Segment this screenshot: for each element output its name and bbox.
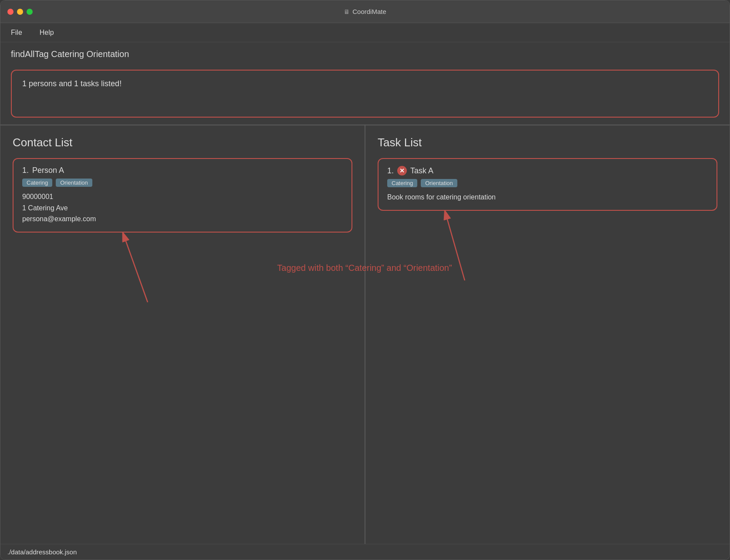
task-description: Book rooms for catering orientation [387, 192, 708, 203]
task-number: 1. [387, 166, 394, 175]
annotation-text: Tagged with both “Catering” and “Orienta… [277, 263, 452, 273]
task-list-title: Task List [378, 136, 717, 149]
app-window: 🖥 CoordiMate File Help findAllTag Cateri… [0, 0, 730, 560]
minimize-button[interactable] [17, 9, 23, 15]
svg-line-1 [126, 241, 148, 302]
contact-address: 1 Catering Ave [22, 202, 343, 214]
status-bar: ./data/addressbook.json [0, 544, 730, 560]
annotation-text-wrapper: Tagged with both “Catering” and “Orienta… [212, 263, 517, 273]
task-list-panel: Task List 1. ✕ Task A Catering Orientati… [365, 125, 730, 544]
menu-help[interactable]: Help [36, 27, 57, 38]
two-column-layout: Contact List 1. Person A Catering Orient… [0, 125, 730, 544]
right-annotation-area: Tagged with both “Catering” and “Orienta… [378, 211, 717, 298]
contact-number: 1. [22, 166, 29, 175]
lower-section: Contact List 1. Person A Catering Orient… [0, 125, 730, 544]
close-button[interactable] [7, 9, 14, 15]
task-card-1: 1. ✕ Task A Catering Orientation Book ro… [378, 158, 717, 211]
task-name: Task A [410, 166, 433, 175]
contact-list-panel: Contact List 1. Person A Catering Orient… [0, 125, 365, 544]
task-tag-catering: Catering [387, 179, 417, 187]
contact-card-1: 1. Person A Catering Orientation 9000000… [13, 158, 352, 233]
contact-tag-orientation: Orientation [56, 179, 92, 187]
window-icon: 🖥 [344, 8, 350, 15]
contact-card-header: 1. Person A [22, 166, 343, 175]
menu-bar: File Help [0, 23, 730, 42]
contact-tag-catering: Catering [22, 179, 52, 187]
title-bar: 🖥 CoordiMate [0, 0, 730, 23]
task-card-header: 1. ✕ Task A [387, 166, 708, 175]
contact-tags: Catering Orientation [22, 179, 343, 187]
contact-name: Person A [32, 166, 64, 175]
window-title-area: 🖥 CoordiMate [344, 8, 386, 15]
output-text: 1 persons and 1 tasks listed! [22, 79, 122, 88]
task-tags: Catering Orientation [387, 179, 708, 187]
left-arrow-svg [13, 233, 352, 320]
status-text: ./data/addressbook.json [7, 548, 77, 556]
command-area: findAllTag Catering Orientation [0, 42, 730, 66]
contact-list-title: Contact List [13, 136, 352, 149]
menu-file[interactable]: File [7, 27, 26, 38]
command-text: findAllTag Catering Orientation [11, 49, 129, 59]
contact-phone: 90000001 [22, 191, 343, 202]
output-box: 1 persons and 1 tasks listed! [11, 70, 719, 118]
maximize-button[interactable] [27, 9, 33, 15]
right-arrow-svg [378, 211, 717, 298]
contact-email: persona@example.com [22, 213, 343, 225]
task-status-icon: ✕ [397, 166, 407, 175]
traffic-lights [7, 9, 33, 15]
task-tag-orientation: Orientation [421, 179, 457, 187]
left-annotation-area [13, 233, 352, 320]
window-title: CoordiMate [352, 8, 386, 15]
